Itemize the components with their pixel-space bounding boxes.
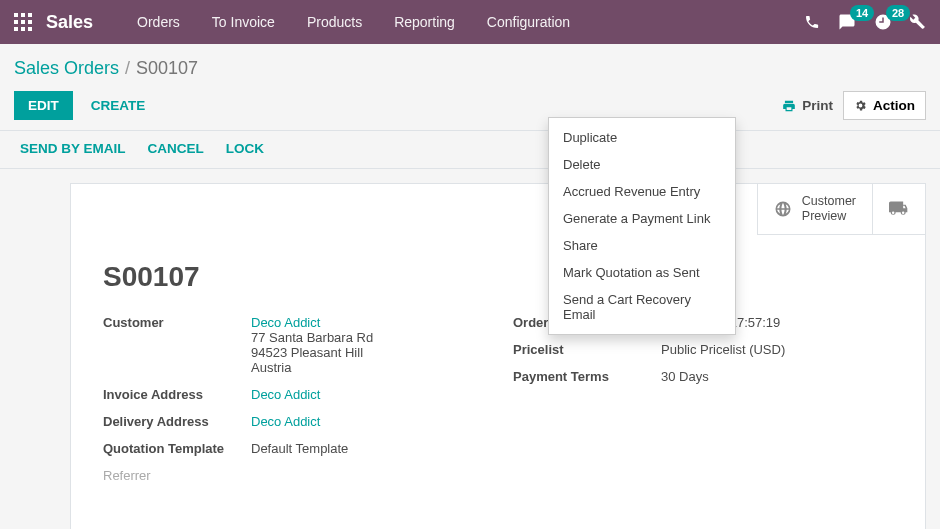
action-share[interactable]: Share [549, 232, 735, 259]
svg-rect-6 [14, 27, 18, 31]
topbar: Sales Orders To Invoice Products Reporti… [0, 0, 940, 44]
customer-preview-label: Customer Preview [802, 194, 856, 224]
svg-rect-3 [14, 20, 18, 24]
action-mark-quotation-sent[interactable]: Mark Quotation as Sent [549, 259, 735, 286]
edit-button[interactable]: EDIT [14, 91, 73, 120]
nav-products[interactable]: Products [293, 6, 376, 38]
customer-preview-button[interactable]: Customer Preview [757, 184, 872, 235]
nav-items: Orders To Invoice Products Reporting Con… [123, 6, 584, 38]
create-button[interactable]: CREATE [83, 91, 154, 120]
cancel-button[interactable]: CANCEL [148, 141, 204, 156]
breadcrumb: Sales Orders/S00107 [0, 44, 940, 87]
label-pricelist: Pricelist [513, 342, 661, 357]
label-delivery-address: Delivery Address [103, 414, 251, 429]
action-generate-payment-link[interactable]: Generate a Payment Link [549, 205, 735, 232]
nav-orders[interactable]: Orders [123, 6, 194, 38]
nav-reporting[interactable]: Reporting [380, 6, 469, 38]
delivery-address-link[interactable]: Deco Addict [251, 414, 320, 429]
action-dropdown: Duplicate Delete Accrued Revenue Entry G… [548, 117, 736, 335]
quotation-template-value: Default Template [251, 441, 483, 456]
action-duplicate[interactable]: Duplicate [549, 124, 735, 151]
globe-icon [774, 200, 792, 218]
messages-badge: 14 [850, 5, 874, 21]
svg-rect-4 [21, 20, 25, 24]
svg-rect-5 [28, 20, 32, 24]
label-customer: Customer [103, 315, 251, 375]
content: Customer Preview S00107 Customer Deco Ad… [0, 169, 940, 529]
svg-rect-2 [28, 13, 32, 17]
svg-rect-0 [14, 13, 18, 17]
print-button[interactable]: Print [772, 92, 843, 119]
svg-rect-1 [21, 13, 25, 17]
send-by-email-button[interactable]: SEND BY EMAIL [20, 141, 126, 156]
phone-icon[interactable] [804, 14, 820, 30]
invoice-address-link[interactable]: Deco Addict [251, 387, 320, 402]
messages-icon[interactable]: 14 [838, 13, 856, 31]
svg-rect-7 [21, 27, 25, 31]
print-label: Print [802, 98, 833, 113]
order-name: S00107 [71, 235, 925, 315]
label-quotation-template: Quotation Template [103, 441, 251, 456]
status-bar: SEND BY EMAIL CANCEL LOCK [0, 131, 940, 169]
form-card: Customer Preview S00107 Customer Deco Ad… [70, 183, 926, 529]
action-button[interactable]: Action [843, 91, 926, 120]
pricelist-value: Public Pricelist (USD) [661, 342, 893, 357]
activities-badge: 28 [886, 5, 910, 21]
left-column: Customer Deco Addict 77 Santa Barbara Rd… [103, 315, 483, 495]
customer-link[interactable]: Deco Addict [251, 315, 320, 330]
customer-addr2: 94523 Pleasant Hill [251, 345, 363, 360]
label-invoice-address: Invoice Address [103, 387, 251, 402]
nav-configuration[interactable]: Configuration [473, 6, 584, 38]
print-icon [782, 99, 796, 113]
action-label: Action [873, 98, 915, 113]
truck-icon [889, 201, 909, 217]
breadcrumb-sep: / [125, 58, 130, 78]
customer-addr1: 77 Santa Barbara Rd [251, 330, 373, 345]
activities-icon[interactable]: 28 [874, 13, 892, 31]
breadcrumb-root[interactable]: Sales Orders [14, 58, 119, 78]
label-referrer: Referrer [103, 468, 251, 483]
stat-buttons: Customer Preview [71, 184, 925, 235]
tools-icon[interactable] [910, 14, 926, 30]
action-accrued-revenue[interactable]: Accrued Revenue Entry [549, 178, 735, 205]
lock-button[interactable]: LOCK [226, 141, 264, 156]
breadcrumb-leaf: S00107 [136, 58, 198, 78]
toolbar: EDIT CREATE Print Action [0, 87, 940, 131]
customer-addr3: Austria [251, 360, 291, 375]
apps-icon[interactable] [14, 13, 32, 31]
action-cart-recovery-email[interactable]: Send a Cart Recovery Email [549, 286, 735, 328]
nav-to-invoice[interactable]: To Invoice [198, 6, 289, 38]
svg-rect-8 [28, 27, 32, 31]
right-column: Order Date 11/15/2021 17:57:19 Pricelist… [513, 315, 893, 495]
delivery-button[interactable] [872, 184, 925, 235]
referrer-value [251, 468, 483, 483]
app-title[interactable]: Sales [46, 12, 93, 33]
label-payment-terms: Payment Terms [513, 369, 661, 384]
payment-terms-value: 30 Days [661, 369, 893, 384]
action-delete[interactable]: Delete [549, 151, 735, 178]
gear-icon [854, 99, 867, 112]
